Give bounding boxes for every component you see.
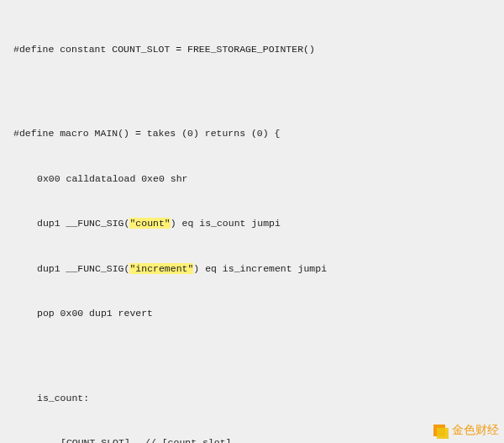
code-text: dup1 __FUNC_SIG(	[37, 218, 129, 229]
watermark-logo-icon	[432, 422, 449, 439]
code-block: #define constant COUNT_SLOT = FREE_STORA…	[13, 12, 491, 443]
code-label: is_count:	[13, 391, 491, 406]
highlight: "increment"	[129, 263, 193, 274]
code-line: dup1 __FUNC_SIG("count") eq is_count jum…	[13, 216, 491, 231]
opcode: [COUNT_SLOT]	[60, 435, 144, 443]
highlight: "count"	[129, 218, 170, 229]
code-text: ) eq is_increment jumpi	[193, 263, 327, 274]
watermark: 金色财经	[432, 421, 499, 440]
code-line: #define constant COUNT_SLOT = FREE_STORA…	[13, 42, 491, 57]
code-line: 0x00 calldataload 0xe0 shr	[13, 171, 491, 187]
comment: // [count_slot]	[144, 437, 232, 443]
blank-line	[13, 87, 491, 97]
watermark-text: 金色财经	[452, 421, 499, 440]
code-line: #define macro MAIN() = takes (0) returns…	[13, 126, 491, 141]
code-line: pop 0x00 dup1 revert	[13, 306, 491, 321]
code-line: dup1 __FUNC_SIG("increment") eq is_incre…	[13, 261, 491, 277]
code-text: dup1 __FUNC_SIG(	[37, 263, 129, 274]
code-line: [COUNT_SLOT]// [count_slot]	[13, 435, 491, 443]
svg-rect-1	[437, 428, 449, 439]
blank-line	[13, 351, 491, 361]
code-text: ) eq is_count jumpi	[171, 218, 281, 229]
